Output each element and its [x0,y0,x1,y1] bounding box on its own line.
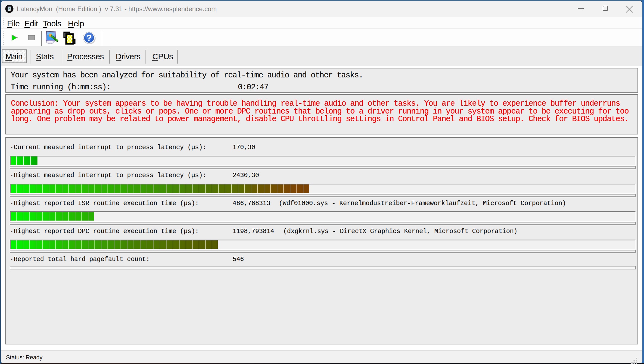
svg-text:?: ? [86,33,92,43]
